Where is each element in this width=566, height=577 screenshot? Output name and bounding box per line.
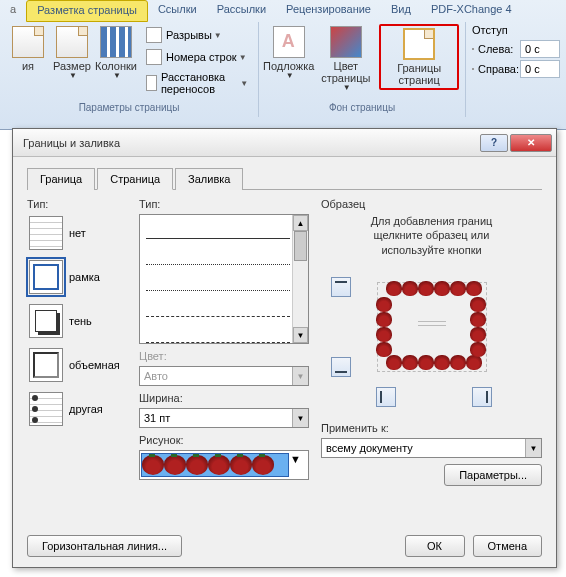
preview-hint: Для добавления границ щелкните образец и… xyxy=(321,214,542,257)
params-button[interactable]: Параметры... xyxy=(444,464,542,486)
tab-pdf[interactable]: PDF-XChange 4 xyxy=(421,0,522,22)
scroll-up-icon[interactable]: ▲ xyxy=(293,215,308,231)
raspberry-icon xyxy=(186,455,208,475)
group-page-setup: ия Размер▼ Колонки▼ Разрывы▼ Номера стро… xyxy=(0,22,259,117)
columns-icon xyxy=(100,26,132,58)
type-box[interactable]: рамка xyxy=(27,258,127,296)
orientation-button[interactable]: ия xyxy=(6,24,50,74)
indent-right-label: Справа: xyxy=(478,63,520,75)
type-shadow[interactable]: тень xyxy=(27,302,127,340)
style-label: Тип: xyxy=(139,198,309,210)
style-scrollbar[interactable]: ▲ ▼ xyxy=(292,215,308,343)
group-label-page-background: Фон страницы xyxy=(265,100,459,115)
indent-right-icon xyxy=(472,68,474,70)
edge-top-button[interactable] xyxy=(331,277,351,297)
indent-right-input[interactable]: 0 с xyxy=(520,60,560,78)
apply-to-label: Применить к: xyxy=(321,422,542,434)
tab-border[interactable]: Граница xyxy=(27,168,95,190)
chevron-down-icon[interactable]: ▼ xyxy=(292,409,308,427)
type-box-icon xyxy=(29,260,63,294)
line-numbers-button[interactable]: Номера строк▼ xyxy=(142,47,252,67)
group-indent: Отступ Слева: 0 с Справа: 0 с xyxy=(466,22,566,117)
tab-shading[interactable]: Заливка xyxy=(175,168,243,190)
indent-left-icon xyxy=(472,48,474,50)
page-color-button[interactable]: Цвет страницы▼ xyxy=(312,24,379,95)
page-color-icon xyxy=(330,26,362,58)
breaks-button[interactable]: Разрывы▼ xyxy=(142,25,252,45)
size-button[interactable]: Размер▼ xyxy=(50,24,94,83)
style-list[interactable]: ▲ ▼ xyxy=(139,214,309,344)
dialog-tabs: Граница Страница Заливка xyxy=(27,167,542,190)
chevron-down-icon: ▼ xyxy=(292,367,308,385)
line-numbers-icon xyxy=(146,49,162,65)
type-custom[interactable]: другая xyxy=(27,390,127,428)
tab-mailings[interactable]: Рассылки xyxy=(207,0,276,22)
art-label: Рисунок: xyxy=(139,434,309,446)
indent-title: Отступ xyxy=(472,24,560,36)
scroll-thumb[interactable] xyxy=(294,231,307,261)
hyphenation-button[interactable]: Расстановка переносов▼ xyxy=(142,69,252,97)
dialog-title: Границы и заливка xyxy=(23,137,478,149)
group-label-page-setup: Параметры страницы xyxy=(6,100,252,115)
tab-review[interactable]: Рецензирование xyxy=(276,0,381,22)
hyphenation-icon xyxy=(146,75,157,91)
size-icon xyxy=(56,26,88,58)
edge-bottom-button[interactable] xyxy=(331,357,351,377)
type-custom-icon xyxy=(29,392,63,426)
watermark-button[interactable]: Подложка▼ xyxy=(265,24,312,83)
ok-button[interactable]: ОК xyxy=(405,535,465,557)
art-combo[interactable]: ▼ xyxy=(139,450,309,480)
ribbon-tabs: а Разметка страницы Ссылки Рассылки Реце… xyxy=(0,0,566,22)
raspberry-icon xyxy=(252,455,274,475)
chevron-down-icon[interactable]: ▼ xyxy=(525,439,541,457)
help-button[interactable]: ? xyxy=(480,134,508,152)
edge-right-button[interactable] xyxy=(472,387,492,407)
type-none[interactable]: нет xyxy=(27,214,127,252)
group-page-background: Подложка▼ Цвет страницы▼ Границы страниц… xyxy=(259,22,466,117)
watermark-icon xyxy=(273,26,305,58)
raspberry-icon xyxy=(142,455,164,475)
preview-label: Образец xyxy=(321,198,542,210)
tab-page-border[interactable]: Страница xyxy=(97,168,173,190)
apply-to-combo[interactable]: всему документу▼ xyxy=(321,438,542,458)
raspberry-icon xyxy=(230,455,252,475)
color-label: Цвет: xyxy=(139,350,309,362)
tab-cut[interactable]: а xyxy=(0,0,26,22)
edge-left-button[interactable] xyxy=(376,387,396,407)
tab-page-layout[interactable]: Разметка страницы xyxy=(26,0,148,22)
raspberry-icon xyxy=(164,455,186,475)
page-borders-button[interactable]: Границы страниц xyxy=(379,24,459,90)
ribbon: а Разметка страницы Ссылки Рассылки Реце… xyxy=(0,0,566,130)
preview-canvas[interactable] xyxy=(321,267,542,387)
width-label: Ширина: xyxy=(139,392,309,404)
chevron-down-icon[interactable]: ▼ xyxy=(290,453,306,477)
page-borders-icon xyxy=(403,28,435,60)
indent-left-input[interactable]: 0 с xyxy=(520,40,560,58)
close-button[interactable]: ✕ xyxy=(510,134,552,152)
indent-left-label: Слева: xyxy=(478,43,520,55)
raspberry-icon xyxy=(208,455,230,475)
type-none-icon xyxy=(29,216,63,250)
dialog-titlebar: Границы и заливка ? ✕ xyxy=(13,129,556,157)
width-combo[interactable]: 31 пт▼ xyxy=(139,408,309,428)
columns-button[interactable]: Колонки▼ xyxy=(94,24,138,83)
type-3d[interactable]: объемная xyxy=(27,346,127,384)
tab-links[interactable]: Ссылки xyxy=(148,0,207,22)
type-label: Тип: xyxy=(27,198,127,210)
borders-dialog: Границы и заливка ? ✕ Граница Страница З… xyxy=(12,128,557,568)
scroll-down-icon[interactable]: ▼ xyxy=(293,327,308,343)
orientation-icon xyxy=(12,26,44,58)
type-3d-icon xyxy=(29,348,63,382)
horizontal-line-button[interactable]: Горизонтальная линия... xyxy=(27,535,182,557)
breaks-icon xyxy=(146,27,162,43)
color-combo: Авто▼ xyxy=(139,366,309,386)
type-shadow-icon xyxy=(29,304,63,338)
tab-view[interactable]: Вид xyxy=(381,0,421,22)
cancel-button[interactable]: Отмена xyxy=(473,535,542,557)
preview-page xyxy=(377,282,487,372)
